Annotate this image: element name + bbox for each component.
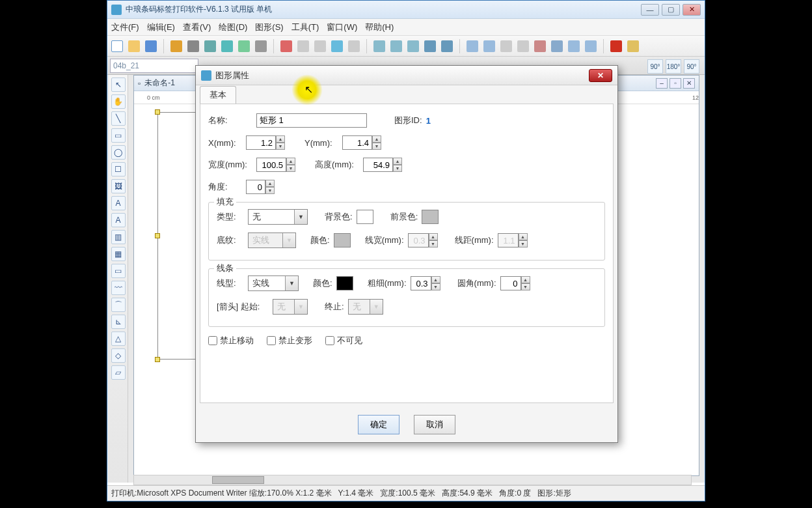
qrcode-tool-icon[interactable]: ▦	[111, 247, 126, 261]
tab-basic[interactable]: 基本	[200, 86, 236, 104]
arc-tool-icon[interactable]: ⌒	[111, 298, 126, 312]
curve-tool-icon[interactable]: 〰	[111, 281, 126, 295]
stroke-corner-input[interactable]	[500, 276, 521, 290]
settings-icon[interactable]	[170, 40, 182, 52]
group-icon[interactable]	[534, 40, 546, 52]
hand-tool-icon[interactable]: ✋	[111, 94, 126, 109]
measure-tool-icon[interactable]: ⊾	[111, 315, 126, 329]
order-icon[interactable]	[568, 40, 580, 52]
triangle-tool-icon[interactable]: △	[111, 332, 126, 346]
zoom-in-icon[interactable]	[373, 40, 385, 52]
angle-input[interactable]	[246, 180, 265, 194]
y-input[interactable]	[342, 135, 372, 150]
align4-icon[interactable]	[517, 40, 529, 52]
rect-tool-icon[interactable]: ▭	[111, 264, 126, 278]
barcode-tool-icon[interactable]: ▥	[111, 230, 126, 244]
open-icon[interactable]	[128, 40, 140, 52]
close-button[interactable]: ✕	[683, 4, 701, 16]
align2-icon[interactable]	[483, 40, 495, 52]
image-tool-icon[interactable]: ☐	[111, 162, 126, 176]
menu-tool[interactable]: 工具(T)	[291, 21, 319, 33]
pointer-tool-icon[interactable]: ↖	[111, 78, 126, 92]
width-input[interactable]	[256, 158, 286, 172]
menu-shape[interactable]: 图形(S)	[255, 21, 283, 33]
batch-icon[interactable]	[238, 40, 250, 52]
calc-icon[interactable]	[627, 40, 639, 52]
pdf-icon[interactable]	[610, 40, 622, 52]
cancel-button[interactable]: 取消	[414, 415, 455, 434]
invisible-checkbox[interactable]: 不可见	[325, 335, 370, 346]
dialog-title-bar[interactable]: 图形属性 ✕	[196, 66, 617, 85]
name-input[interactable]	[256, 113, 367, 128]
x-input[interactable]	[246, 135, 276, 150]
horizontal-scrollbar[interactable]	[133, 475, 692, 485]
stroke-color-swatch[interactable]	[336, 276, 353, 290]
stroke-thick-input[interactable]	[411, 276, 431, 290]
parallelogram-tool-icon[interactable]: ▱	[111, 365, 126, 380]
menu-help[interactable]: 帮助(H)	[365, 21, 394, 33]
image2-tool-icon[interactable]: 🖼	[111, 179, 126, 193]
undo-icon[interactable]	[331, 40, 343, 52]
menu-edit[interactable]: 编辑(E)	[147, 21, 175, 33]
cut-icon[interactable]	[280, 40, 292, 52]
rotate-neg90-icon[interactable]: 90°	[684, 59, 699, 74]
angle-spinner[interactable]: ▲▼	[265, 180, 275, 194]
width-spinner[interactable]: ▲▼	[286, 158, 295, 172]
roundrect-tool-icon[interactable]: ▭	[111, 128, 126, 143]
scrollbar-thumb[interactable]	[212, 476, 264, 484]
preview-icon[interactable]	[204, 40, 216, 52]
print-icon[interactable]	[187, 40, 199, 52]
text-tool-icon[interactable]: A	[111, 196, 126, 210]
arrange-icon[interactable]	[585, 40, 597, 52]
diamond-tool-icon[interactable]: ◇	[111, 348, 126, 363]
fit-page-icon[interactable]	[441, 40, 453, 52]
document-tab-title[interactable]: 未命名-1	[144, 78, 175, 89]
grid-icon[interactable]	[255, 40, 267, 52]
resize-handle-nw[interactable]	[155, 109, 160, 115]
fg-color-swatch[interactable]	[422, 210, 439, 224]
stroke-corner-spinner[interactable]: ▲▼	[521, 276, 530, 290]
menu-window[interactable]: 窗口(W)	[327, 21, 357, 33]
align1-icon[interactable]	[467, 40, 478, 52]
align3-icon[interactable]	[500, 40, 512, 52]
height-spinner[interactable]: ▲▼	[393, 158, 402, 172]
menu-file[interactable]: 文件(F)	[111, 21, 139, 33]
resize-handle-w[interactable]	[155, 233, 160, 238]
new-icon[interactable]	[111, 40, 123, 52]
menu-draw[interactable]: 绘图(D)	[219, 21, 247, 33]
height-input[interactable]	[363, 158, 393, 172]
zoom-out-icon[interactable]	[390, 40, 402, 52]
database-icon[interactable]	[221, 40, 233, 52]
ok-button[interactable]: 确定	[358, 415, 399, 434]
doc-restore-button[interactable]: ▫	[670, 78, 681, 89]
stroke-thick-spinner[interactable]: ▲▼	[431, 276, 440, 290]
doc-minimize-button[interactable]: –	[656, 78, 668, 89]
status-printer: 打印机:Microsoft XPS Document Writer	[111, 488, 247, 499]
lock-move-checkbox[interactable]: 禁止移动	[208, 335, 254, 346]
maximize-button[interactable]: ▢	[662, 4, 680, 16]
fit-width-icon[interactable]	[424, 40, 436, 52]
x-spinner[interactable]: ▲▼	[276, 135, 285, 150]
fill-type-combo[interactable]: 无▼	[248, 209, 308, 225]
dialog-close-button[interactable]: ✕	[589, 69, 612, 82]
rotate-180-icon[interactable]: 180°	[666, 59, 681, 74]
lock-icon[interactable]	[551, 40, 563, 52]
font-combo[interactable]: 04b_21	[110, 59, 198, 73]
redo-icon[interactable]	[348, 40, 360, 52]
menu-view[interactable]: 查看(V)	[183, 21, 211, 33]
minimize-button[interactable]: —	[641, 4, 659, 16]
resize-handle-sw[interactable]	[155, 357, 160, 362]
stroke-style-combo[interactable]: 实线▼	[248, 275, 299, 291]
save-icon[interactable]	[145, 40, 157, 52]
copy-icon[interactable]	[297, 40, 309, 52]
line-tool-icon[interactable]: ╲	[111, 111, 126, 126]
zoom-fit-icon[interactable]	[407, 40, 419, 52]
doc-close-button[interactable]: ✕	[683, 78, 695, 89]
richtext-tool-icon[interactable]: A	[111, 213, 126, 227]
rotate-90-icon[interactable]: 90°	[647, 59, 663, 74]
lock-deform-checkbox[interactable]: 禁止变形	[267, 335, 312, 346]
paste-icon[interactable]	[314, 40, 326, 52]
y-spinner[interactable]: ▲▼	[372, 135, 381, 150]
ellipse-tool-icon[interactable]: ◯	[111, 145, 126, 160]
bg-color-swatch[interactable]	[357, 210, 373, 224]
